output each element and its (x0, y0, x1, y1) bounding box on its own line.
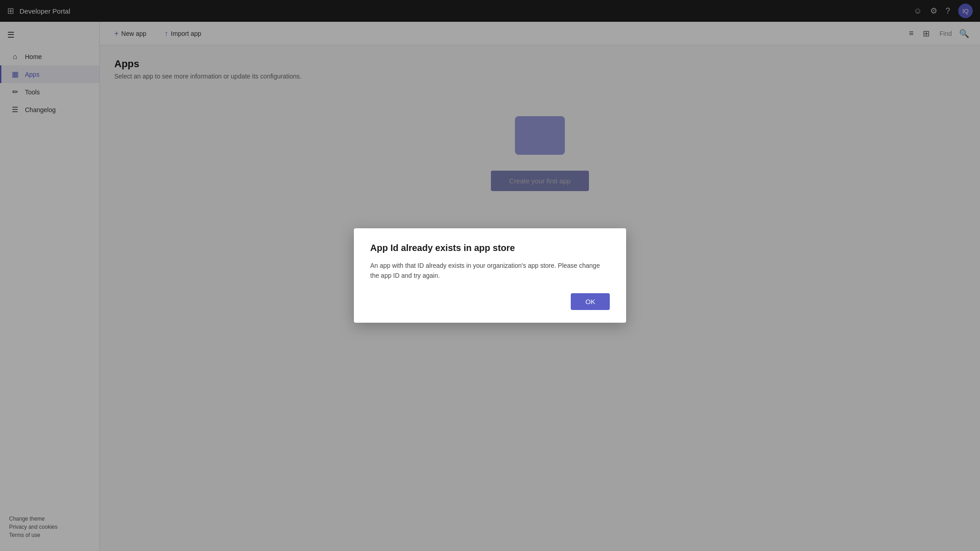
modal-overlay: App Id already exists in app store An ap… (0, 0, 980, 551)
dialog-ok-button[interactable]: OK (571, 293, 610, 310)
error-dialog: App Id already exists in app store An ap… (354, 228, 626, 323)
dialog-title: App Id already exists in app store (370, 243, 610, 253)
dialog-body: An app with that ID already exists in yo… (370, 261, 610, 281)
dialog-footer: OK (370, 293, 610, 310)
